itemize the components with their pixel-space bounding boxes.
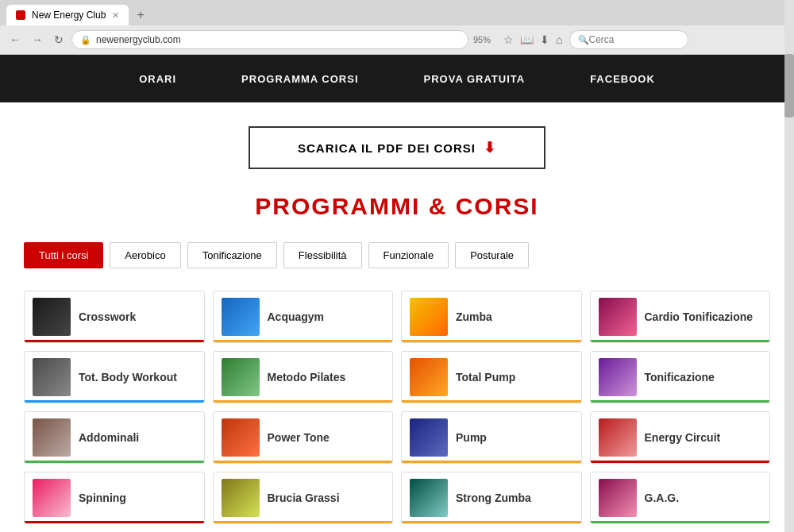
tab-favicon [16,10,25,20]
forward-button[interactable]: → [29,32,46,48]
browser-tab[interactable]: New Energy Club ✕ [6,5,129,25]
course-card[interactable]: Spinning [24,472,205,524]
home-icon[interactable]: ⌂ [554,32,564,48]
filter-btn-2[interactable]: Tonificazione [187,242,277,268]
course-name: Addominali [79,431,139,444]
new-tab-button[interactable]: + [132,6,148,24]
course-name: Strong Zumba [456,492,531,504]
course-card[interactable]: Brucia Grassi [213,472,394,524]
main-content: SCARICA IL PDF DEI CORSI ⬇ PROGRAMMI & C… [0,102,794,532]
nav-item-orari[interactable]: ORARI [106,56,209,102]
course-card[interactable]: Acquagym [213,291,394,343]
scrollbar[interactable] [784,0,794,532]
course-name: Tot. Body Workout [79,371,177,384]
search-bar[interactable]: 🔍 [569,30,688,49]
bookmark-icon[interactable]: ☆ [502,32,515,48]
zoom-indicator: 95% [473,35,491,44]
course-name: Total Pump [456,371,515,384]
tab-bar: New Energy Club ✕ + [0,0,794,25]
pdf-button-label: SCARICA IL PDF DEI CORSI [298,141,476,155]
course-card[interactable]: Pump [401,411,582,464]
lock-icon: 🔒 [80,35,91,45]
course-card[interactable]: Strong Zumba [401,472,582,524]
filter-btn-3[interactable]: Flessibilità [283,242,362,268]
course-card[interactable]: Power Tone [213,411,394,464]
filter-btn-4[interactable]: Funzionale [368,242,449,268]
course-card[interactable]: Addominali [24,411,205,464]
course-name: Spinning [79,492,126,504]
course-name: Crosswork [79,310,136,323]
reader-icon[interactable]: 📖 [518,32,535,48]
course-card[interactable]: G.A.G. [590,472,771,524]
course-card[interactable]: Energy Circuit [590,411,771,464]
filter-btn-0[interactable]: Tutti i corsi [24,242,103,268]
section-title: PROGRAMMI & CORSI [16,193,778,220]
course-grid: CrossworkAcquagymZumbaCardio Tonificazio… [16,291,778,532]
course-name: Acquagym [268,310,325,323]
pdf-download-button[interactable]: SCARICA IL PDF DEI CORSI ⬇ [249,126,545,169]
download-icon: ⬇ [484,139,496,156]
filter-btn-5[interactable]: Posturale [455,242,529,268]
course-card[interactable]: Zumba [401,291,582,343]
tab-title: New Energy Club [32,10,106,21]
back-button[interactable]: ← [6,32,24,48]
course-card[interactable]: Metodo Pilates [213,351,394,403]
course-card[interactable]: Total Pump [401,351,582,403]
address-bar: ← → ↻ 🔒 newenergyclub.com 95% ☆ 📖 ⬇ ⌂ 🔍 [0,25,794,54]
course-name: Metodo Pilates [268,371,346,384]
toolbar-icons: ☆ 📖 ⬇ ⌂ [502,32,564,48]
course-name: Brucia Grassi [268,492,340,504]
course-card[interactable]: Tonificazione [590,351,771,403]
course-card[interactable]: Crosswork [24,291,205,343]
url-bar[interactable]: 🔒 newenergyclub.com [71,30,468,49]
refresh-button[interactable]: ↻ [51,32,67,48]
course-name: Pump [456,431,487,444]
filter-bar: Tutti i corsiAerobicoTonificazioneFlessi… [16,242,778,268]
course-name: Energy Circuit [645,431,721,444]
nav-item-prova-gratuita[interactable]: PROVA GRATUITA [391,56,558,102]
course-name: Tonificazione [645,371,715,384]
course-card[interactable]: Cardio Tonificazione [590,291,771,343]
course-name: G.A.G. [645,492,680,504]
search-input[interactable] [589,34,669,45]
nav-item-facebook[interactable]: FACEBOOK [557,56,688,102]
site-navigation: ORARIPROGRAMMA CORSIPROVA GRATUITAFACEBO… [0,55,794,102]
course-name: Cardio Tonificazione [645,310,754,323]
download-icon[interactable]: ⬇ [538,32,551,48]
nav-item-programma-corsi[interactable]: PROGRAMMA CORSI [209,56,391,102]
pdf-button-container: SCARICA IL PDF DEI CORSI ⬇ [16,126,778,169]
scrollbar-thumb[interactable] [784,54,794,118]
tab-close-button[interactable]: ✕ [112,10,119,21]
course-card[interactable]: Tot. Body Workout [24,351,205,403]
url-text: newenergyclub.com [96,34,181,45]
browser-chrome: New Energy Club ✕ + ← → ↻ 🔒 newenergyclu… [0,0,794,55]
course-name: Power Tone [268,431,330,444]
course-name: Zumba [456,310,492,323]
filter-btn-1[interactable]: Aerobico [110,242,180,268]
search-icon: 🔍 [578,35,589,45]
